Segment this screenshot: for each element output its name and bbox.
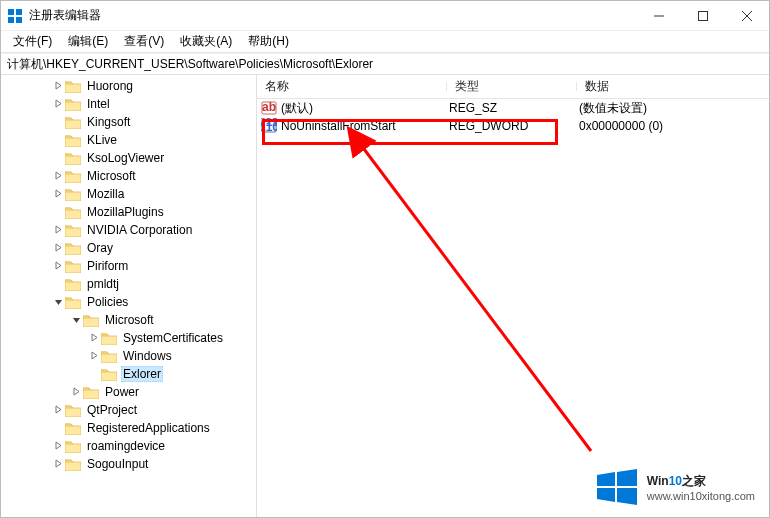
tree-node[interactable]: Microsoft xyxy=(1,167,256,185)
tree-node[interactable]: SogouInput xyxy=(1,455,256,473)
watermark-text-1b: 10 xyxy=(669,474,682,488)
list-row[interactable]: ab(默认)REG_SZ(数值未设置) xyxy=(257,99,769,117)
tree-node[interactable]: Huorong xyxy=(1,77,256,95)
window-controls xyxy=(637,1,769,31)
menu-file[interactable]: 文件(F) xyxy=(5,31,60,52)
address-path: 计算机\HKEY_CURRENT_USER\Software\Policies\… xyxy=(7,56,373,73)
value-name: (默认) xyxy=(281,100,449,117)
expand-icon[interactable] xyxy=(69,315,83,326)
tree-panel[interactable]: HuorongIntelKingsoftKLiveKsoLogViewerMic… xyxy=(1,75,257,517)
tree-node[interactable]: Policies xyxy=(1,293,256,311)
expand-icon[interactable] xyxy=(51,225,65,236)
tree-node[interactable]: KsoLogViewer xyxy=(1,149,256,167)
menu-favorites[interactable]: 收藏夹(A) xyxy=(172,31,240,52)
tree-node[interactable]: QtProject xyxy=(1,401,256,419)
tree-node[interactable]: roamingdevice xyxy=(1,437,256,455)
title-bar: 注册表编辑器 xyxy=(1,1,769,31)
tree-node[interactable]: SystemCertificates xyxy=(1,329,256,347)
tree-node[interactable]: Exlorer xyxy=(1,365,256,383)
folder-icon xyxy=(65,152,81,165)
folder-icon xyxy=(65,206,81,219)
tree-label: SogouInput xyxy=(85,457,150,471)
column-type[interactable]: 类型 xyxy=(447,78,577,95)
expand-icon[interactable] xyxy=(51,189,65,200)
tree-label: Microsoft xyxy=(85,169,138,183)
windows-logo-icon xyxy=(595,465,639,509)
menu-view[interactable]: 查看(V) xyxy=(116,31,172,52)
value-icon: ab xyxy=(261,100,277,116)
menu-help[interactable]: 帮助(H) xyxy=(240,31,297,52)
tree-label: NVIDIA Corporation xyxy=(85,223,194,237)
watermark-url: www.win10xitong.com xyxy=(647,490,755,502)
maximize-button[interactable] xyxy=(681,1,725,31)
expand-icon[interactable] xyxy=(51,243,65,254)
folder-icon xyxy=(65,80,81,93)
folder-icon xyxy=(65,278,81,291)
folder-icon xyxy=(65,116,81,129)
tree-node[interactable]: Microsoft xyxy=(1,311,256,329)
folder-icon xyxy=(83,386,99,399)
tree-node[interactable]: KLive xyxy=(1,131,256,149)
svg-rect-3 xyxy=(16,17,22,23)
column-name[interactable]: 名称 xyxy=(257,78,447,95)
main-split: HuorongIntelKingsoftKLiveKsoLogViewerMic… xyxy=(1,75,769,517)
folder-icon xyxy=(65,296,81,309)
folder-icon xyxy=(101,350,117,363)
expand-icon[interactable] xyxy=(51,81,65,92)
tree-node[interactable]: Piriform xyxy=(1,257,256,275)
svg-rect-5 xyxy=(699,11,708,20)
tree-label: Kingsoft xyxy=(85,115,132,129)
expand-icon[interactable] xyxy=(69,387,83,398)
tree-label: MozillaPlugins xyxy=(85,205,166,219)
close-button[interactable] xyxy=(725,1,769,31)
expand-icon[interactable] xyxy=(51,171,65,182)
tree-node[interactable]: Windows xyxy=(1,347,256,365)
tree-label: Intel xyxy=(85,97,112,111)
tree-node[interactable]: Mozilla xyxy=(1,185,256,203)
window-title: 注册表编辑器 xyxy=(29,7,637,24)
svg-rect-1 xyxy=(16,9,22,15)
tree-node[interactable]: Kingsoft xyxy=(1,113,256,131)
tree-label: Oray xyxy=(85,241,115,255)
value-name: NoUninstallFromStart xyxy=(281,119,449,133)
folder-icon xyxy=(65,440,81,453)
minimize-button[interactable] xyxy=(637,1,681,31)
expand-icon[interactable] xyxy=(51,441,65,452)
svg-rect-0 xyxy=(8,9,14,15)
tree-node[interactable]: MozillaPlugins xyxy=(1,203,256,221)
list-row[interactable]: 011110NoUninstallFromStartREG_DWORD0x000… xyxy=(257,117,769,135)
folder-icon xyxy=(83,314,99,327)
tree-node[interactable]: Oray xyxy=(1,239,256,257)
tree-label: Power xyxy=(103,385,141,399)
tree-node[interactable]: pmldtj xyxy=(1,275,256,293)
folder-icon xyxy=(65,170,81,183)
tree-node[interactable]: Intel xyxy=(1,95,256,113)
expand-icon[interactable] xyxy=(51,297,65,308)
value-type: REG_DWORD xyxy=(449,119,579,133)
expand-icon[interactable] xyxy=(51,261,65,272)
value-type: REG_SZ xyxy=(449,101,579,115)
folder-icon xyxy=(65,134,81,147)
watermark: Win10之家 www.win10xitong.com xyxy=(595,465,755,509)
column-headers: 名称 类型 数据 xyxy=(257,75,769,99)
tree-label: KsoLogViewer xyxy=(85,151,166,165)
folder-icon xyxy=(65,458,81,471)
menu-edit[interactable]: 编辑(E) xyxy=(60,31,116,52)
address-bar[interactable]: 计算机\HKEY_CURRENT_USER\Software\Policies\… xyxy=(1,53,769,75)
tree-node[interactable]: NVIDIA Corporation xyxy=(1,221,256,239)
tree-node[interactable]: Power xyxy=(1,383,256,401)
watermark-text-1c: 之家 xyxy=(682,473,706,490)
tree-label: Windows xyxy=(121,349,174,363)
tree-label: RegisteredApplications xyxy=(85,421,212,435)
expand-icon[interactable] xyxy=(87,333,101,344)
expand-icon[interactable] xyxy=(51,459,65,470)
expand-icon[interactable] xyxy=(51,405,65,416)
tree-label: Huorong xyxy=(85,79,135,93)
folder-icon xyxy=(101,332,117,345)
tree-node[interactable]: RegisteredApplications xyxy=(1,419,256,437)
expand-icon[interactable] xyxy=(87,351,101,362)
column-data[interactable]: 数据 xyxy=(577,78,769,95)
svg-marker-15 xyxy=(617,469,637,486)
expand-icon[interactable] xyxy=(51,99,65,110)
svg-text:110: 110 xyxy=(261,120,277,134)
